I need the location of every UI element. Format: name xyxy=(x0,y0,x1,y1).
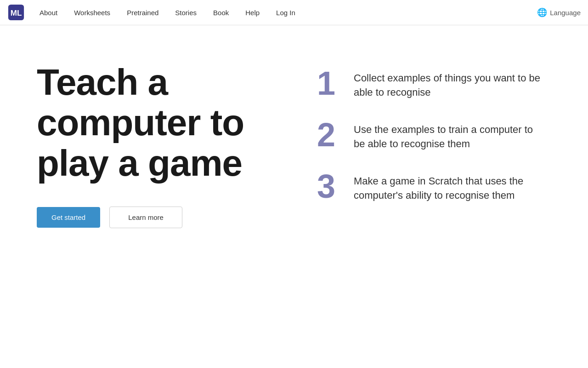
nav-links: AboutWorksheetsPretrainedStoriesBookHelp… xyxy=(32,5,537,20)
step-item: 1Collect examples of things you want to … xyxy=(312,58,560,109)
step-text-2: Use the examples to train a computer to … xyxy=(354,118,547,151)
language-icon: 🌐 xyxy=(537,7,547,17)
step-item: 2Use the examples to train a computer to… xyxy=(312,109,560,161)
step-text-1: Collect examples of things you want to b… xyxy=(354,67,547,100)
nav-link-pretrained[interactable]: Pretrained xyxy=(119,5,166,20)
nav-link-worksheets[interactable]: Worksheets xyxy=(67,5,118,20)
nav-link-about[interactable]: About xyxy=(32,5,65,20)
learn-more-button[interactable]: Learn more xyxy=(109,207,182,228)
step-number-3: 3 xyxy=(312,170,340,203)
step-item: 3Make a game in Scratch that uses the co… xyxy=(312,161,560,212)
main-content: Teach a computer to play a game Get star… xyxy=(0,25,588,368)
svg-text:ML: ML xyxy=(11,9,22,17)
get-started-button[interactable]: Get started xyxy=(37,207,100,228)
language-label: Language xyxy=(550,9,581,17)
site-logo[interactable]: ML xyxy=(7,4,25,21)
nav-link-book[interactable]: Book xyxy=(206,5,236,20)
step-number-1: 1 xyxy=(312,67,340,100)
steps-section: 1Collect examples of things you want to … xyxy=(312,53,560,350)
nav-link-help[interactable]: Help xyxy=(238,5,267,20)
button-row: Get started Learn more xyxy=(37,207,312,228)
navbar: ML AboutWorksheetsPretrainedStoriesBookH… xyxy=(0,0,588,25)
language-selector[interactable]: 🌐 Language xyxy=(537,7,581,17)
nav-link-login[interactable]: Log In xyxy=(269,5,303,20)
nav-link-stories[interactable]: Stories xyxy=(168,5,204,20)
hero-title: Teach a computer to play a game xyxy=(37,62,312,184)
left-section: Teach a computer to play a game Get star… xyxy=(37,53,312,350)
step-text-3: Make a game in Scratch that uses the com… xyxy=(354,170,547,203)
step-number-2: 2 xyxy=(312,118,340,151)
